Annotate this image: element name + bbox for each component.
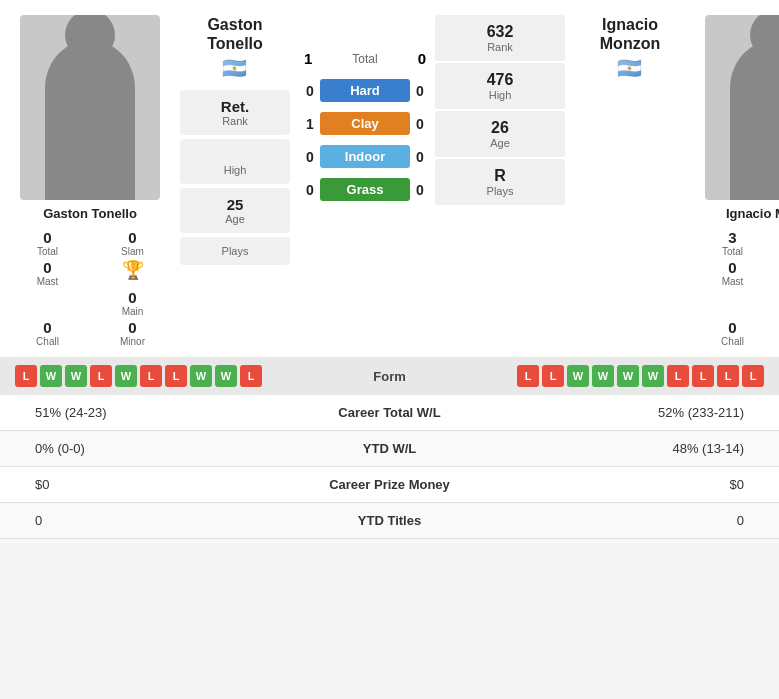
right-player-silhouette [730,40,779,200]
right-high-label: High [440,89,560,101]
left-slam-label: Slam [121,246,144,257]
right-rank-value: 632 [440,23,560,41]
left-player-stats: 0 Total 0 Slam 0 Mast 🏆 0 Main [10,229,170,347]
left-high-box: High [180,139,290,184]
left-slam-value: 0 [128,229,136,246]
right-age-label: Age [440,137,560,149]
left-player-name: Gaston Tonello [43,206,137,221]
form-pill: W [642,365,664,387]
hard-badge: Hard [320,79,410,102]
stats-right-val: 52% (233-211) [490,405,765,420]
right-rank-label: Rank [440,41,560,53]
left-mast-value: 0 [43,259,51,276]
right-age-value: 26 [440,119,560,137]
right-age-box: 26 Age [435,111,565,157]
total-left-score: 1 [304,50,312,67]
right-player-avatar [705,15,779,200]
form-pill: W [215,365,237,387]
form-pill: W [40,365,62,387]
grass-left: 0 [300,182,320,198]
grass-right: 0 [410,182,430,198]
form-pill: L [140,365,162,387]
form-pill: L [15,365,37,387]
form-pill: L [717,365,739,387]
clay-right: 0 [410,116,430,132]
form-pill: L [90,365,112,387]
stats-section: 51% (24-23) Career Total W/L 52% (233-21… [0,395,779,539]
form-label: Form [340,369,440,384]
left-center-col: GastonTonello 🇦🇷 Ret. Rank High 25 Age P… [175,15,295,347]
left-trophy-icon: 🏆 [122,259,144,281]
right-header-name: IgnacioMonzon [600,15,660,53]
stats-center-label: YTD W/L [290,441,490,456]
left-minor-value: 0 [128,319,136,336]
left-minor-cell: 0 Minor [95,319,170,347]
form-pill: L [742,365,764,387]
stats-row: 0 YTD Titles 0 [0,503,779,539]
right-stats-boxes: 632 Rank 476 High 26 Age R Plays [435,15,565,347]
left-high-label: High [185,164,285,176]
left-player-silhouette [45,40,135,200]
left-chall-label: Chall [36,336,59,347]
left-mast-cell: 0 Mast [10,259,85,287]
top-section: Gaston Tonello 0 Total 0 Slam 0 Mast 🏆 [0,0,779,357]
indoor-row: 0 Indoor 0 [300,145,430,168]
left-main-value: 0 [128,289,136,306]
left-total-value: 0 [43,229,51,246]
left-player-avatar [20,15,160,200]
left-chall-cell: 0 Chall [10,319,85,347]
right-plays-value: R [440,167,560,185]
total-right-score: 0 [418,50,426,67]
left-player-header: GastonTonello 🇦🇷 [207,15,263,80]
left-trophy-cell: 🏆 [95,259,170,287]
clay-badge: Clay [320,112,410,135]
left-total-cell: 0 Total [10,229,85,257]
left-flag: 🇦🇷 [207,56,263,80]
stats-right-val: 0 [490,513,765,528]
left-header-name: GastonTonello [207,15,263,53]
stats-row: $0 Career Prize Money $0 [0,467,779,503]
right-total-value: 3 [728,229,736,246]
stats-left-val: 0 [15,513,290,528]
form-pill: W [617,365,639,387]
left-form-pills: LWWLWLLWWL [15,365,335,387]
left-total-label: Total [37,246,58,257]
right-chall-value: 0 [728,319,736,336]
indoor-left: 0 [300,149,320,165]
left-main-cell: 0 Main [95,289,170,317]
total-row: 1 Total 0 [300,50,430,67]
form-section: LWWLWLLWWL Form LLWWWWLLLL [0,357,779,395]
stats-center-label: Career Prize Money [290,477,490,492]
stats-left-val: 51% (24-23) [15,405,290,420]
stats-row: 51% (24-23) Career Total W/L 52% (233-21… [0,395,779,431]
left-minor-label: Minor [120,336,145,347]
stats-center-label: YTD Titles [290,513,490,528]
stats-left-val: 0% (0-0) [15,441,290,456]
left-plays-label: Plays [185,245,285,257]
right-mast-label: Mast [722,276,744,287]
stats-center-label: Career Total W/L [290,405,490,420]
right-form-pills: LLWWWWLLLL [445,365,765,387]
form-pill: L [692,365,714,387]
right-total-label: Total [722,246,743,257]
form-pill: W [115,365,137,387]
right-mast-value: 0 [728,259,736,276]
left-age-value: 25 [185,196,285,213]
hard-right: 0 [410,83,430,99]
clay-left: 1 [300,116,320,132]
right-high-value: 476 [440,71,560,89]
indoor-badge: Indoor [320,145,410,168]
right-high-box: 476 High [435,63,565,109]
right-plays-label: Plays [440,185,560,197]
left-rank-value: Ret. [185,98,285,115]
stats-row: 0% (0-0) YTD W/L 48% (13-14) [0,431,779,467]
form-pill: W [190,365,212,387]
left-chall-value: 0 [43,319,51,336]
left-rank-label: Rank [185,115,285,127]
left-slam-cell: 0 Slam [95,229,170,257]
form-pill: W [65,365,87,387]
form-pill: L [542,365,564,387]
right-player-card: Ignacio Monzon 3 Total 0 Slam 0 Mast 🏆 [695,15,779,347]
stats-left-val: $0 [15,477,290,492]
right-player-name: Ignacio Monzon [726,206,779,221]
